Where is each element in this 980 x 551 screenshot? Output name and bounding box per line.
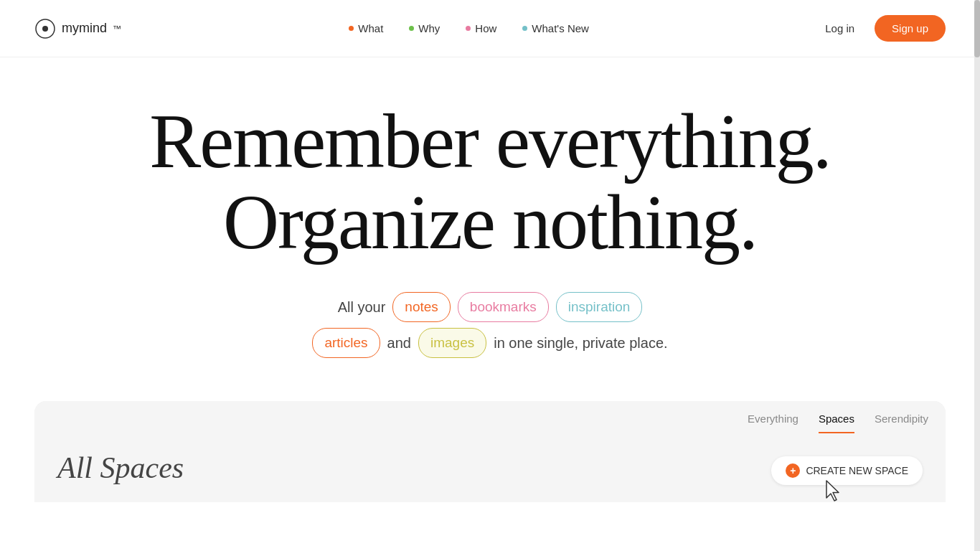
subtext-suffix: in one single, private place. [494,331,667,355]
subtext-prefix: All your [338,295,386,319]
logo-icon [34,18,56,39]
create-space-button[interactable]: + CREATE NEW SPACE [771,456,923,485]
hero-headline-line2: Organize nothing. [223,179,757,265]
login-button[interactable]: Log in [816,17,863,40]
hero-subtext-line1: All your notes bookmarks inspiration [338,292,643,322]
tab-serendipity[interactable]: Serendipity [875,413,928,433]
hero-headline-line1: Remember everything. [149,98,831,184]
nav-dot-how [466,26,471,31]
tag-articles: articles [312,328,380,358]
app-preview: Everything Spaces Serendipity All Spaces… [34,401,946,502]
svg-point-1 [42,26,48,32]
nav-item-why[interactable]: Why [409,22,440,34]
brand-trademark: ™ [113,24,121,34]
main-nav: What Why How What's New [349,22,589,34]
scrollbar[interactable] [974,0,980,551]
nav-item-whats-new[interactable]: What's New [522,22,589,34]
tag-inspiration: inspiration [556,292,643,322]
all-spaces-title: All Spaces [57,451,184,485]
navbar: mymind™ What Why How What's New Log in S… [0,0,980,57]
hero-section: Remember everything. Organize nothing. A… [0,57,980,387]
nav-label-how: How [475,22,496,34]
tag-notes: notes [392,292,450,322]
scrollbar-thumb[interactable] [974,0,980,57]
hero-headline: Remember everything. Organize nothing. [149,100,831,263]
nav-label-why: Why [418,22,440,34]
nav-item-what[interactable]: What [349,22,383,34]
nav-label-what: What [358,22,383,34]
nav-label-whats-new: What's New [532,22,589,34]
tag-images: images [418,328,486,358]
app-tabs: Everything Spaces Serendipity [34,401,946,433]
nav-dot-why [409,26,414,31]
app-content: All Spaces + CREATE NEW SPACE [34,433,946,502]
navbar-actions: Log in Sign up [816,15,946,42]
create-space-icon: + [786,463,800,478]
tab-spaces[interactable]: Spaces [819,413,854,433]
nav-dot-what [349,26,354,31]
tab-everything[interactable]: Everything [748,413,798,433]
hero-subtext: All your notes bookmarks inspiration art… [312,292,667,359]
tag-bookmarks: bookmarks [458,292,549,322]
hero-subtext-line2: articles and images in one single, priva… [312,328,667,358]
signup-button[interactable]: Sign up [875,15,946,42]
nav-dot-whats-new [522,26,527,31]
brand-name: mymind [62,21,107,36]
logo[interactable]: mymind™ [34,18,121,39]
create-space-label: CREATE NEW SPACE [806,465,908,476]
nav-item-how[interactable]: How [466,22,496,34]
subtext-and: and [387,331,411,355]
